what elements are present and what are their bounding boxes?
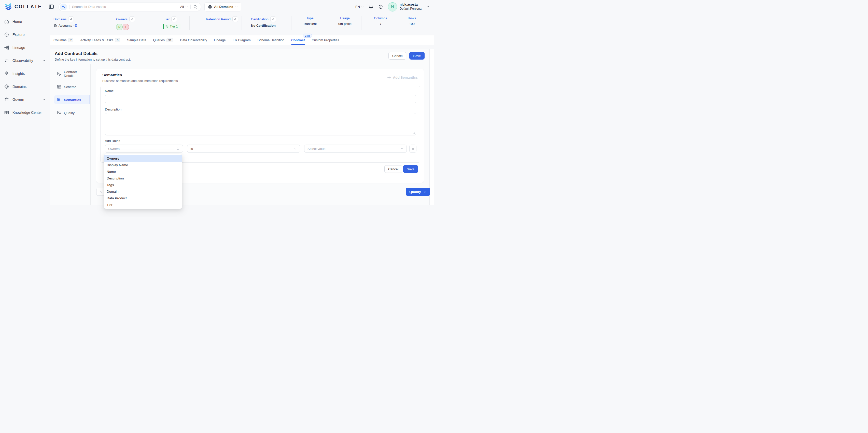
meta-value-domains[interactable]: Accounts — [54, 24, 97, 28]
sidebar-toggle-icon[interactable] — [49, 5, 54, 9]
dropdown-option-description[interactable]: Description — [104, 175, 182, 182]
dropdown-option-display-name[interactable]: Display Name — [104, 162, 182, 168]
header-actions: Cancel Save — [389, 52, 425, 60]
scrollbar-track[interactable] — [429, 49, 434, 205]
step-quality[interactable]: Quality — [54, 108, 90, 117]
tab-count-badge: 5 — [115, 38, 120, 42]
global-search-bar[interactable]: Search for Data Assets All — [59, 3, 201, 11]
pencil-icon — [131, 18, 133, 21]
tab-contract[interactable]: Contract Beta — [291, 35, 305, 45]
all-domains-button[interactable]: All Domains — [205, 2, 241, 11]
user-menu[interactable]: N nick.acosta Default Persona — [388, 2, 422, 11]
description-label: Description — [105, 107, 121, 111]
collate-logo-icon — [5, 3, 12, 10]
tab-sample-data[interactable]: Sample Data — [127, 35, 146, 45]
meta-usage: Usage 0th pctile — [327, 16, 362, 30]
next-step-button[interactable]: Quality — [406, 188, 430, 196]
rule-value-placeholder: Select value — [308, 147, 326, 151]
tab-data-observability[interactable]: Data Observability — [180, 35, 207, 45]
dropdown-option-owners[interactable]: Owners — [104, 155, 182, 162]
step-schema[interactable]: Schema — [54, 82, 90, 91]
ai-sparkle-icon[interactable] — [60, 4, 67, 10]
tab-er-diagram[interactable]: ER Diagram — [232, 35, 251, 45]
edit-tier-button[interactable] — [171, 16, 177, 22]
meta-label-rows: Rows — [408, 16, 416, 20]
search-icon — [177, 147, 180, 150]
add-semantics-button[interactable]: Add Semantics — [388, 75, 418, 80]
sidebar-item-observability[interactable]: Observability — [0, 54, 50, 67]
meta-label-owners: Owners — [116, 17, 127, 21]
description-textarea[interactable] — [105, 113, 416, 135]
tab-label: Custom Properties — [312, 38, 339, 42]
tab-label: Schema Definition — [257, 38, 285, 42]
usage-value-text: 0th pctile — [338, 22, 351, 26]
add-semantics-label: Add Semantics — [393, 75, 418, 80]
user-names: nick.acosta Default Persona — [400, 3, 422, 11]
sidebar-item-knowledge-center[interactable]: Knowledge Center — [0, 106, 50, 119]
dropdown-option-data-product[interactable]: Data Product — [104, 195, 182, 202]
meta-certification: Certification No Certification — [242, 16, 291, 30]
owners-avatars[interactable]: P T — [103, 24, 148, 30]
dropdown-option-domain[interactable]: Domain — [104, 188, 182, 195]
entity-tabs-bar: Columns7 Activity Feeds & Tasks5 Sample … — [50, 35, 434, 45]
rule-field-select[interactable]: Owners — [105, 145, 183, 153]
resize-handle-icon[interactable] — [413, 132, 415, 134]
dropdown-option-tier[interactable]: Tier — [104, 202, 182, 208]
name-input[interactable] — [105, 95, 416, 103]
edit-retention-button[interactable] — [232, 16, 238, 22]
rule-value-select[interactable]: Select value — [304, 145, 407, 153]
chevron-down-icon[interactable] — [426, 5, 429, 8]
owner-avatar-p[interactable]: P — [116, 24, 123, 30]
sidebar-item-lineage[interactable]: Lineage — [0, 41, 50, 54]
remove-rule-button[interactable] — [409, 145, 416, 153]
dropdown-option-name[interactable]: Name — [104, 168, 182, 175]
tab-label: Data Observability — [180, 38, 207, 42]
collate-logo[interactable]: COLLATE — [5, 3, 42, 10]
tab-custom-properties[interactable]: Custom Properties — [312, 35, 339, 45]
notifications-bell-icon[interactable] — [369, 4, 373, 9]
sidebar-item-explore[interactable]: Explore — [0, 28, 50, 41]
quality-shield-icon — [57, 111, 61, 115]
form-save-button[interactable]: Save — [403, 165, 418, 173]
tier-badge[interactable]: Tier 1 — [163, 24, 181, 29]
tab-schema-definition[interactable]: Schema Definition — [257, 35, 285, 45]
search-icon[interactable] — [193, 5, 197, 9]
tab-label: Contract — [291, 38, 305, 42]
search-scope-select[interactable]: All — [180, 5, 188, 9]
pencil-icon — [272, 18, 274, 21]
step-semantics[interactable]: Semantics — [54, 95, 90, 104]
tab-lineage[interactable]: Lineage — [214, 35, 226, 45]
pencil-icon — [234, 18, 237, 21]
name-label: Name — [105, 89, 114, 93]
sidebar-item-insights[interactable]: Insights — [0, 67, 50, 80]
header-cancel-button[interactable]: Cancel — [389, 52, 406, 60]
rule-operator-select[interactable]: Is — [187, 145, 300, 153]
bank-icon — [4, 97, 9, 102]
sidebar-item-govern[interactable]: Govern — [0, 93, 50, 106]
meta-label-tier: Tier — [164, 17, 169, 21]
header-save-button[interactable]: Save — [409, 52, 425, 60]
edit-owners-button[interactable] — [129, 16, 135, 22]
chevron-down-icon — [43, 59, 45, 62]
tab-activity-feeds[interactable]: Activity Feeds & Tasks5 — [80, 35, 120, 45]
owner-avatar-t[interactable]: T — [122, 24, 129, 30]
help-icon[interactable] — [378, 4, 383, 9]
sidebar-item-label: Lineage — [12, 45, 25, 50]
meta-label-certification: Certification — [251, 17, 269, 21]
chevron-down-icon — [294, 147, 297, 150]
form-cancel-button[interactable]: Cancel — [384, 165, 402, 173]
sidebar-item-domains[interactable]: Domains — [0, 80, 50, 93]
language-select[interactable]: EN — [355, 5, 364, 9]
dropdown-option-tags[interactable]: Tags — [104, 182, 182, 188]
meta-tier: Tier Tier 1 — [150, 16, 190, 30]
tab-queries[interactable]: Queries31 — [153, 35, 173, 45]
search-input[interactable]: Search for Data Assets — [72, 5, 178, 9]
tab-columns[interactable]: Columns7 — [54, 35, 73, 45]
contract-nav-divider — [90, 64, 91, 205]
sidebar-item-home[interactable]: Home — [0, 15, 50, 28]
user-avatar[interactable]: N — [388, 2, 397, 11]
edit-domains-button[interactable] — [68, 16, 74, 22]
step-contract-details[interactable]: Contract Details — [54, 69, 90, 79]
rows-value-text: 100 — [409, 22, 415, 26]
edit-certification-button[interactable] — [270, 16, 276, 22]
